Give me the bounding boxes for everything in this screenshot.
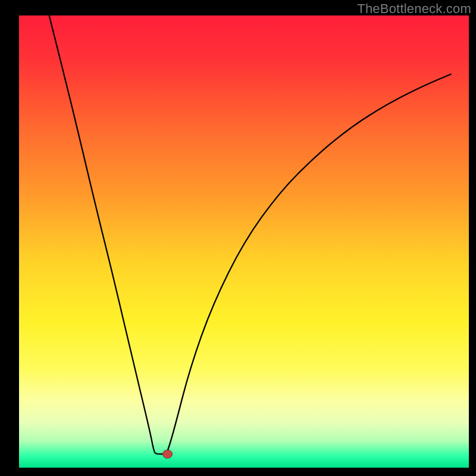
optimal-point-marker [162, 450, 172, 458]
plot-background [19, 15, 469, 468]
chart-frame: TheBottleneck.com [0, 0, 476, 476]
watermark-text: TheBottleneck.com [357, 1, 471, 17]
bottleneck-chart [0, 0, 476, 476]
